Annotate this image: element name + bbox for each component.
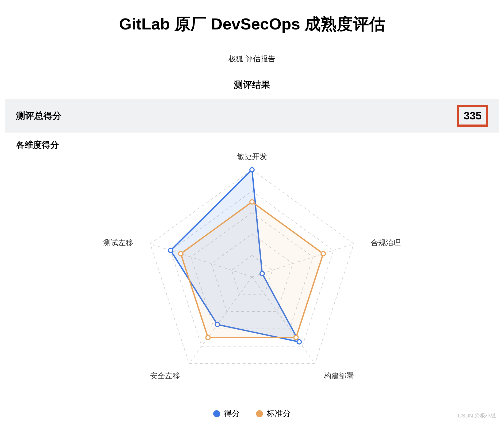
axis-label: 合规治理 [371,239,401,247]
data-point [250,168,254,172]
data-point [294,336,298,340]
section-label: 测评结果 [234,79,270,91]
data-point [179,251,183,256]
data-point [321,251,325,256]
axis-label: 测试左移 [103,239,133,247]
divider-line [281,85,493,85]
data-point [169,248,173,253]
divider-line [11,85,223,85]
legend-dot-score [213,410,220,417]
data-point [250,200,254,204]
legend-item-score: 得分 [213,408,240,419]
subtitle: 极狐 评估报告 [5,54,499,64]
total-score-highlight: 335 [457,105,488,127]
axis-label: 敏捷开发 [237,152,267,161]
legend-label-score: 得分 [224,408,240,419]
total-score-row: 测评总得分 335 [5,99,499,133]
legend-item-standard: 标准分 [256,408,291,419]
radar-chart: 敏捷开发合规治理构建部署安全左移测试左移 [78,135,426,405]
total-score-label: 测评总得分 [16,110,62,122]
axis-label: 安全左移 [150,372,180,380]
legend: 得分 标准分 [16,408,488,419]
data-point [297,340,301,344]
legend-dot-standard [256,410,263,417]
chart-panel: 各维度得分 敏捷开发合规治理构建部署安全左移测试左移 得分 标准分 [5,139,499,422]
legend-label-standard: 标准分 [267,408,291,419]
watermark: CSDN @极小狐 [458,412,496,419]
axis-label: 构建部署 [324,372,354,380]
section-divider: 测评结果 [5,79,499,91]
total-score-value: 335 [464,110,482,122]
data-point [206,336,210,340]
page-title: GitLab 原厂 DevSecOps 成熟度评估 [5,13,499,35]
